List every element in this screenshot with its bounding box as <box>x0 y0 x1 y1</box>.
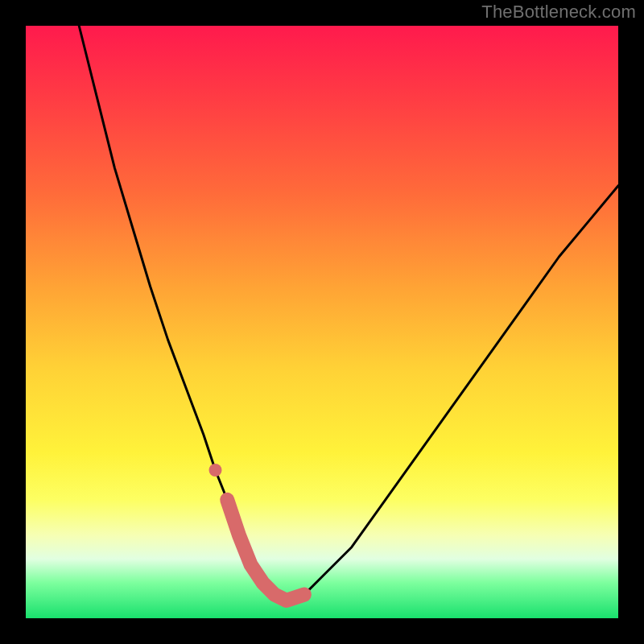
chart-svg <box>26 26 618 618</box>
main-curve <box>79 26 618 601</box>
highlight-curve <box>227 500 304 601</box>
watermark-text: TheBottleneck.com <box>481 2 636 23</box>
highlight-dot <box>209 464 222 477</box>
plot-area <box>26 26 618 618</box>
curve-line <box>79 26 618 601</box>
highlight-band <box>209 464 304 601</box>
chart-frame: TheBottleneck.com <box>0 0 644 644</box>
